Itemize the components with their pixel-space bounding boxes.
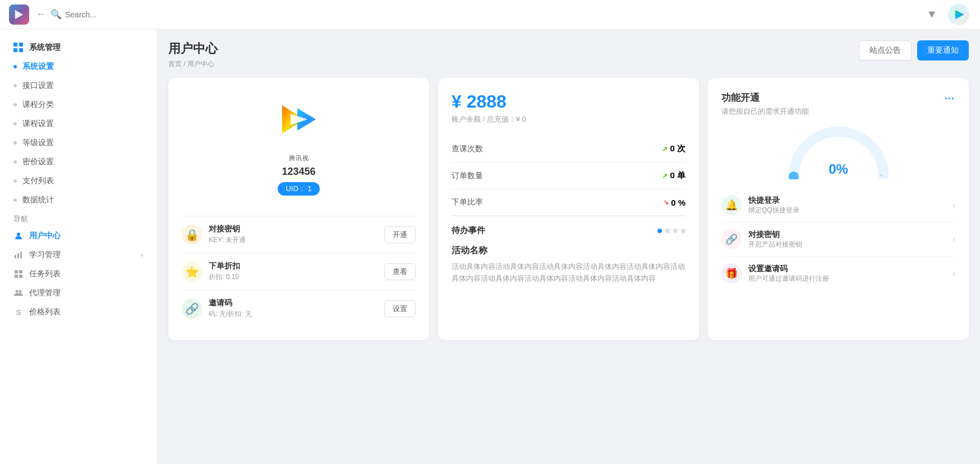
page-title: 用户中心 bbox=[168, 40, 218, 57]
lock-icon: 🔒 bbox=[182, 225, 202, 245]
mail-icon[interactable]: ▼ bbox=[926, 8, 937, 21]
sidebar-item-user-center[interactable]: 用户中心 bbox=[0, 226, 157, 245]
svg-marker-0 bbox=[15, 10, 24, 19]
stat-row-lessons: 查课次数 ↗ 0 次 bbox=[452, 136, 685, 163]
sidebar-item-agent-mgmt[interactable]: 代理管理 bbox=[0, 284, 157, 303]
sidebar-item-course-category[interactable]: 课程分类 bbox=[0, 95, 157, 114]
app-logo bbox=[9, 4, 29, 25]
svg-rect-6 bbox=[20, 252, 22, 258]
quick-features-list: 🔔 快捷登录 绑定QQ快捷登录 › 🔗 对接密钥 开启产品对接密钥 bbox=[721, 188, 955, 290]
cards-grid: 腾讯视 123456 UID： 1 🔒 对接密钥 KEY: 未开通 bbox=[168, 78, 969, 340]
arrow-right-icon-2: › bbox=[953, 235, 955, 244]
brand-logo bbox=[946, 2, 971, 27]
sidebar-item-course-settings[interactable]: 课程设置 bbox=[0, 114, 157, 133]
down-arrow-icon: ↘ bbox=[663, 198, 669, 206]
todo-dots bbox=[657, 229, 685, 233]
svg-rect-4 bbox=[15, 255, 16, 258]
share-icon: 🔗 bbox=[182, 299, 202, 319]
quick-feature-connect-key[interactable]: 🔗 对接密钥 开启产品对接密钥 › bbox=[721, 222, 955, 257]
back-button[interactable]: ← bbox=[36, 8, 46, 20]
feature-item-order-discount: ⭐ 下单折扣 折扣: 0.10 查看 bbox=[182, 253, 416, 290]
main-layout: 系统管理 系统设置 接口设置 课程分类 课程设置 等级设置 密价设置 支付列 bbox=[0, 29, 980, 464]
gauge-percent: 0% bbox=[829, 161, 848, 177]
svg-point-11 bbox=[16, 290, 19, 293]
svg-rect-5 bbox=[17, 253, 19, 258]
svg-point-3 bbox=[17, 233, 20, 236]
user-uid: UID： 1 bbox=[278, 182, 319, 196]
search-icon: 🔍 bbox=[50, 9, 62, 20]
balance-amount: ¥ 2888 bbox=[452, 91, 685, 112]
sidebar-item-price-list[interactable]: S 价格列表 bbox=[0, 303, 157, 322]
activate-key-button[interactable]: 开通 bbox=[384, 226, 416, 243]
username: 123456 bbox=[282, 166, 315, 178]
connect-key-icon: 🔗 bbox=[721, 229, 742, 249]
feature-list: 🔒 对接密钥 KEY: 未开通 开通 ⭐ 下单折扣 折扣: 0.10 bbox=[182, 216, 416, 327]
function-subtitle: 请您按自己的需求开通功能 bbox=[721, 106, 955, 117]
page-header: 用户中心 首页 / 用户中心 站点公告 重要通知 bbox=[168, 40, 969, 69]
price-list-icon: S bbox=[13, 307, 24, 317]
activity-title: 活动名称 bbox=[452, 245, 685, 257]
todo-section: 待办事件 bbox=[452, 216, 685, 236]
sidebar-item-data-stats[interactable]: 数据统计 bbox=[0, 191, 157, 210]
arrow-right-icon: › bbox=[953, 201, 955, 210]
nav-section-label: 导航 bbox=[0, 210, 157, 226]
invite-code-icon: 🎁 bbox=[721, 263, 742, 284]
sidebar-item-level-settings[interactable]: 等级设置 bbox=[0, 133, 157, 152]
star-icon: ⭐ bbox=[182, 262, 202, 282]
activity-section: 活动名称 活动具体内容活动具体内容活动具体内容活动具体内容活动具体内容活动具体内… bbox=[452, 245, 685, 285]
feature-item-connection-key: 🔒 对接密钥 KEY: 未开通 开通 bbox=[182, 216, 416, 253]
up-arrow-icon-2: ↗ bbox=[662, 172, 668, 180]
search-input[interactable] bbox=[65, 10, 177, 19]
system-grid-icon bbox=[13, 43, 24, 53]
breadcrumb: 首页 / 用户中心 bbox=[168, 59, 218, 69]
sidebar-section-system: 系统管理 bbox=[0, 38, 157, 57]
sidebar: 系统管理 系统设置 接口设置 课程分类 课程设置 等级设置 密价设置 支付列 bbox=[0, 29, 157, 464]
stat-row-rate: 下单比率 ↘ 0 % bbox=[452, 189, 685, 216]
stats-card: ¥ 2888 账户余额 / 总充值：¥ 0 查课次数 ↗ 0 次 订单数量 ↗ … bbox=[438, 78, 699, 340]
user-center-icon bbox=[13, 231, 24, 241]
study-mgmt-icon bbox=[13, 250, 24, 260]
svg-point-12 bbox=[19, 290, 22, 293]
sidebar-item-study-mgmt[interactable]: 学习管理 › bbox=[0, 245, 157, 265]
stat-row-orders: 订单数量 ↗ 0 单 bbox=[452, 163, 685, 189]
svg-rect-7 bbox=[15, 270, 18, 273]
function-card: 功能开通 ⋯ 请您按自己的需求开通功能 0% bbox=[708, 78, 969, 340]
feature-item-invite-code: 🔗 邀请码 码: 无/折扣: 无 设置 bbox=[182, 290, 416, 327]
chevron-right-icon: › bbox=[141, 251, 143, 259]
up-arrow-icon: ↗ bbox=[662, 145, 668, 153]
quick-feature-invite[interactable]: 🎁 设置邀请码 用户可通过邀请码进行注册 › bbox=[721, 257, 955, 290]
quick-feature-login[interactable]: 🔔 快捷登录 绑定QQ快捷登录 › bbox=[721, 188, 955, 222]
set-invite-button[interactable]: 设置 bbox=[384, 300, 416, 317]
sidebar-item-task-list[interactable]: 任务列表 bbox=[0, 265, 157, 284]
view-discount-button[interactable]: 查看 bbox=[384, 263, 416, 280]
gauge-chart: 0% bbox=[721, 123, 955, 179]
quick-login-icon: 🔔 bbox=[721, 195, 742, 215]
svg-rect-10 bbox=[19, 275, 22, 278]
sidebar-item-price-settings[interactable]: 密价设置 bbox=[0, 152, 157, 171]
agent-mgmt-icon bbox=[13, 288, 24, 298]
header: ← 🔍 ▼ bbox=[0, 0, 980, 29]
more-dots-icon[interactable]: ⋯ bbox=[944, 92, 955, 104]
arrow-right-icon-3: › bbox=[953, 269, 955, 278]
page-actions: 站点公告 重要通知 bbox=[859, 40, 969, 61]
activity-content: 活动具体内容活动具体内容活动具体内容活动具体内容活动具体内容活动具体内容活动具体… bbox=[452, 261, 685, 285]
svg-rect-8 bbox=[19, 270, 22, 273]
svg-rect-9 bbox=[15, 275, 18, 278]
user-card: 腾讯视 123456 UID： 1 🔒 对接密钥 KEY: 未开通 bbox=[168, 78, 429, 340]
sidebar-item-system-settings[interactable]: 系统设置 bbox=[0, 57, 157, 76]
balance-label: 账户余额 / 总充值：¥ 0 bbox=[452, 114, 685, 124]
sidebar-item-interface-settings[interactable]: 接口设置 bbox=[0, 76, 157, 95]
content-area: 用户中心 首页 / 用户中心 站点公告 重要通知 bbox=[157, 29, 980, 464]
task-list-icon bbox=[13, 269, 24, 279]
user-avatar bbox=[271, 91, 327, 147]
announcement-button[interactable]: 站点公告 bbox=[859, 40, 912, 61]
brand-label: 腾讯视 bbox=[289, 154, 309, 163]
important-button[interactable]: 重要通知 bbox=[917, 40, 969, 61]
sidebar-item-payment-list[interactable]: 支付列表 bbox=[0, 171, 157, 191]
